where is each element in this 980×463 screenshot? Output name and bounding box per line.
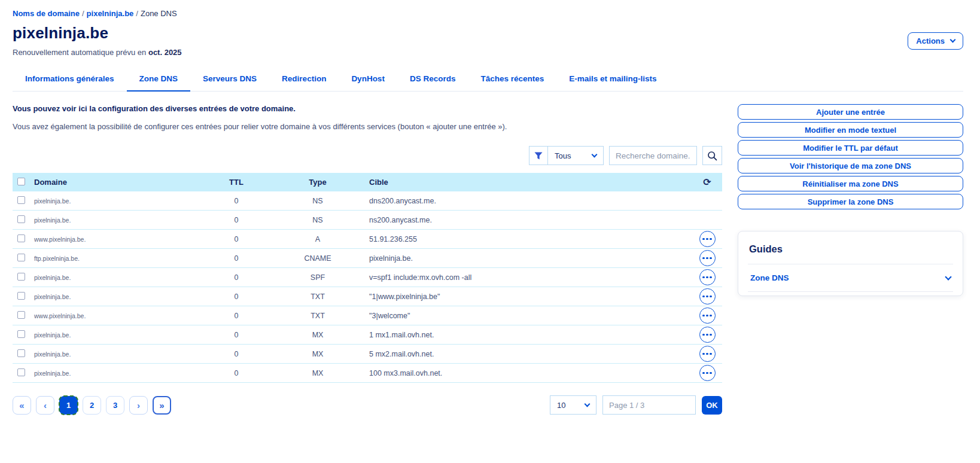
page-size-select[interactable]: 10: [550, 396, 596, 414]
domain-cell: pixelninja.be.: [34, 293, 206, 300]
row-checkbox[interactable]: [17, 349, 25, 357]
row-actions-cell: [692, 288, 722, 304]
column-header-ttl: TTL: [206, 178, 266, 187]
page-indicator-input[interactable]: [602, 395, 696, 415]
filter-button[interactable]: [529, 147, 548, 165]
row-checkbox[interactable]: [17, 254, 25, 261]
pagination-page-1[interactable]: 1: [59, 396, 78, 415]
domain-cell: ftp.pixelninja.be.: [34, 255, 206, 262]
row-checkbox[interactable]: [17, 273, 25, 281]
renewal-info: Renouvellement automatique prévu en oct.…: [13, 48, 182, 57]
actions-button[interactable]: Actions: [908, 32, 963, 50]
row-checkbox[interactable]: [17, 330, 25, 338]
row-checkbox[interactable]: [17, 196, 25, 204]
pagination-page-2[interactable]: 2: [83, 396, 101, 415]
row-checkbox-cell: [13, 196, 34, 206]
ellipsis-icon: [702, 372, 712, 374]
row-checkbox[interactable]: [17, 234, 25, 242]
tab-zone-dns[interactable]: Zone DNS: [127, 73, 191, 91]
row-actions-button[interactable]: [699, 365, 716, 381]
ellipsis-dot: [710, 315, 712, 317]
sidebar-button-zone-history[interactable]: Voir l'historique de ma zone DNS: [738, 158, 963, 173]
pagination-next-button[interactable]: ›: [129, 396, 148, 415]
ellipsis-icon: [702, 315, 712, 317]
ellipsis-icon: [702, 276, 712, 279]
domain-cell: pixelninja.be.: [34, 197, 206, 205]
tab-informations-generales[interactable]: Informations générales: [13, 73, 127, 91]
row-actions-cell: [692, 269, 722, 285]
type-cell: NS: [266, 216, 369, 224]
ellipsis-icon: [702, 296, 712, 298]
row-checkbox-cell: [13, 292, 34, 301]
ellipsis-dot: [702, 296, 705, 298]
target-cell: 100 mx3.mail.ovh.net.: [369, 369, 692, 377]
sidebar-button-edit-default-ttl[interactable]: Modifier le TTL par défaut: [738, 140, 963, 156]
tab-redirection[interactable]: Redirection: [269, 73, 339, 91]
type-filter-group: Tous: [529, 146, 604, 165]
pagination-last-button[interactable]: »: [153, 396, 171, 415]
tab-emails-mailing-lists[interactable]: E-mails et mailing-lists: [556, 73, 669, 91]
breadcrumb-item[interactable]: Noms de domaine: [13, 9, 80, 18]
refresh-icon[interactable]: ⟳: [703, 178, 711, 187]
table-header: Domaine TTL Type Cible ⟳: [13, 173, 722, 191]
type-cell: CNAME: [266, 254, 369, 263]
table-row: www.pixelninja.be.0A51.91.236.255: [13, 230, 722, 249]
row-actions-button[interactable]: [699, 288, 716, 304]
sidebar-button-delete-zone[interactable]: Supprimer la zone DNS: [738, 194, 963, 209]
renewal-date: oct. 2025: [148, 48, 182, 57]
row-checkbox-cell: [13, 349, 34, 359]
select-all-checkbox[interactable]: [17, 178, 25, 185]
ellipsis-dot: [706, 296, 708, 298]
search-input[interactable]: [609, 146, 697, 165]
tab-taches-recentes[interactable]: Tâches récentes: [468, 73, 556, 91]
ok-button[interactable]: OK: [702, 396, 722, 415]
row-checkbox-cell: [13, 368, 34, 378]
target-cell: ns200.anycast.me.: [369, 216, 692, 224]
table-row: pixelninja.be.0SPFv=spf1 include:mx.ovh.…: [13, 268, 722, 287]
pagination: «‹123›» 10 OK: [13, 395, 722, 415]
row-checkbox[interactable]: [17, 368, 25, 376]
row-actions-button[interactable]: [699, 307, 716, 324]
type-cell: NS: [266, 197, 369, 205]
ellipsis-icon: [702, 238, 712, 240]
sidebar-button-edit-textual-mode[interactable]: Modifier en mode textuel: [738, 122, 963, 138]
row-checkbox[interactable]: [17, 292, 25, 300]
row-actions-button[interactable]: [699, 231, 716, 247]
table-row: pixelninja.be.0TXT"1|www.pixelninja.be": [13, 287, 722, 306]
page-size-value: 10: [557, 401, 565, 410]
row-actions-button[interactable]: [699, 327, 716, 343]
row-actions-button[interactable]: [699, 346, 716, 362]
pagination-page-3[interactable]: 3: [106, 396, 124, 415]
tab-ds-records[interactable]: DS Records: [397, 73, 468, 91]
row-checkbox[interactable]: [17, 311, 25, 319]
type-filter-select[interactable]: Tous: [548, 147, 603, 165]
ttl-cell: 0: [206, 369, 266, 377]
column-header-domain: Domaine: [34, 178, 206, 187]
ellipsis-dot: [706, 276, 708, 279]
chevron-down-icon: [585, 401, 591, 407]
ellipsis-dot: [710, 257, 712, 260]
column-header-type: Type: [266, 178, 369, 187]
pagination-prev-button[interactable]: ‹: [36, 396, 54, 415]
pagination-first-button[interactable]: «: [13, 396, 31, 415]
ellipsis-dot: [702, 315, 705, 317]
row-actions-button[interactable]: [699, 250, 716, 266]
column-header-target: Cible: [369, 178, 692, 187]
sidebar-button-reset-zone[interactable]: Réinitialiser ma zone DNS: [738, 176, 963, 191]
tab-dynhost[interactable]: DynHost: [339, 73, 397, 91]
guides-link-zone-dns[interactable]: Zone DNS: [748, 264, 953, 292]
breadcrumb-separator: /: [136, 9, 138, 18]
ttl-cell: 0: [206, 216, 266, 224]
row-actions-button[interactable]: [699, 269, 716, 285]
tab-serveurs-dns[interactable]: Serveurs DNS: [190, 73, 269, 91]
pagination-buttons: «‹123›»: [13, 396, 171, 415]
search-button[interactable]: [702, 146, 722, 165]
guides-title: Guides: [748, 242, 953, 264]
search-icon: [707, 151, 717, 161]
breadcrumb-item[interactable]: pixelninja.be: [87, 9, 134, 18]
row-checkbox[interactable]: [17, 215, 25, 223]
ellipsis-dot: [702, 353, 705, 355]
row-checkbox-cell: [13, 330, 34, 340]
sidebar-button-add-entry[interactable]: Ajouter une entrée: [738, 104, 963, 120]
table-body: pixelninja.be.0NSdns200.anycast.me.pixel…: [13, 191, 722, 383]
